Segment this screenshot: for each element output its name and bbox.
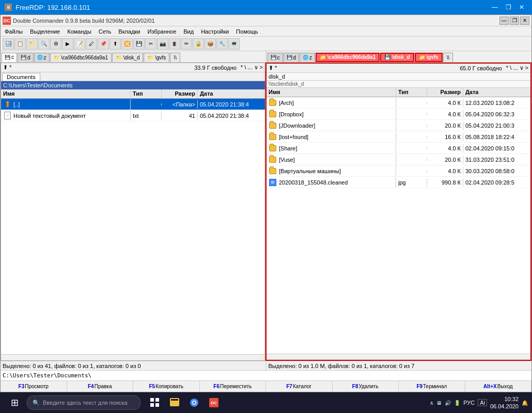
tray-lang[interactable]: РУС (463, 400, 475, 406)
right-path-tab-4[interactable]: \\ (443, 53, 453, 62)
close-button[interactable]: ✕ (515, 2, 528, 12)
start-button[interactable]: ⊞ (4, 394, 25, 411)
app-title-bar: DC Double Commander 0.9.8 beta build 929… (1, 15, 531, 26)
left-path-tab-2[interactable]: 📁 \disk_d (112, 53, 143, 62)
tb-btn-1[interactable]: 🔙 (3, 38, 14, 50)
left-path-tab-1[interactable]: 📁 \ca966dbc966da9a1 (50, 53, 112, 62)
tb-btn-20[interactable]: 💻 (228, 38, 240, 50)
fkey-f7[interactable]: F7 Каталог (266, 381, 333, 392)
right-drive-tabs: 💾c 💾d 🌐z 📁 \ca966dbc966da9a1 💾 \disk_d 📁… (266, 51, 532, 62)
left-file-list: ⬆ [..] <Папка> 05.04.2020 21:38:4 📄 Новы… (1, 99, 265, 354)
tray-battery-icon: 🔋 (454, 400, 460, 406)
fkey-f8[interactable]: F8 Удалить (333, 381, 399, 392)
right-drive-d[interactable]: 💾d (284, 53, 300, 62)
menu-view[interactable]: Вид (180, 27, 197, 36)
fkey-f9[interactable]: F9 Терминал (399, 381, 465, 392)
menu-settings[interactable]: Настройки (198, 27, 232, 36)
right-col-type-header[interactable]: Тип (396, 88, 427, 97)
right-row-jpg[interactable]: 🖼 20200318_155048.cleaned jpg 990.8 К 02… (267, 177, 530, 188)
tb-btn-6[interactable]: ▶ (62, 38, 73, 50)
search-bar[interactable]: 🔍 Введите здесь текст для поиска (27, 395, 140, 410)
left-row-txtfile[interactable]: 📄 Новый текстовый документ txt 41 05.04.… (1, 110, 265, 121)
right-drive-z[interactable]: 🌐z (300, 53, 315, 62)
cmd-input[interactable] (3, 372, 529, 379)
tb-btn-7[interactable]: 📝 (74, 38, 85, 50)
tray-ai-label[interactable]: Ai (478, 399, 487, 406)
left-col-size-header[interactable]: Размер (162, 89, 198, 98)
menu-commands[interactable]: Команды (64, 27, 95, 36)
left-drive-d[interactable]: 💾d (18, 53, 34, 62)
menu-favorites[interactable]: Избранное (145, 27, 180, 36)
fkey-f5-num: F5 (149, 384, 155, 389)
tb-btn-8[interactable]: 🖊 (86, 38, 97, 50)
taskbar-task-view[interactable] (147, 394, 163, 411)
right-col-date-header[interactable]: Дата (463, 88, 530, 97)
menu-tabs[interactable]: Вкладки (115, 27, 143, 36)
right-col-size-header[interactable]: Размер (427, 88, 463, 97)
right-panel-drive-name: disk_d (267, 73, 530, 81)
tb-btn-15[interactable]: 🗑 (169, 38, 180, 50)
tb-btn-19[interactable]: 🔧 (216, 38, 228, 50)
tray-notification[interactable]: 🔔 (522, 400, 528, 406)
fkey-f4[interactable]: F4 Правка (67, 381, 134, 392)
tb-btn-5[interactable]: ⚙ (50, 38, 61, 50)
right-path-tab-2[interactable]: 💾 \disk_d (380, 53, 414, 62)
tb-btn-9[interactable]: 📌 (98, 38, 109, 50)
right-col-name-header[interactable]: Имя (267, 88, 396, 97)
left-hscrollbar[interactable] (1, 354, 265, 360)
txt-file-icon: 📄 (3, 112, 11, 120)
right-row-lostfound[interactable]: [lost+found] 16.0 К 05.08.2018 18:22:4 (267, 131, 530, 143)
right-path-tab-3[interactable]: 📁 \gvfs (415, 53, 443, 62)
tray-chevron[interactable]: ∧ (430, 400, 433, 406)
tb-btn-17[interactable]: 🔒 (193, 38, 204, 50)
taskbar-chrome[interactable] (186, 394, 202, 411)
right-row-share[interactable]: [Share] 4.0 К 02.04.2020 09:15:0 (267, 143, 530, 154)
left-drive-c[interactable]: 💾c (2, 53, 17, 62)
menu-select[interactable]: Выделение (27, 27, 63, 36)
tb-btn-16[interactable]: ✏ (181, 38, 192, 50)
tb-btn-14[interactable]: 📷 (157, 38, 168, 50)
fkey-f3[interactable]: F3 Просмотр (1, 381, 67, 392)
right-row-vuse[interactable]: [Vuse] 20.0 К 31.03.2020 23:51:0 (267, 154, 530, 165)
fkey-altx[interactable]: Alt+X Выход (465, 381, 532, 392)
left-col-date-header[interactable]: Дата (198, 89, 265, 98)
right-row-jdownloader[interactable]: [JDownloader] 20.0 К 05.04.2020 21:00:3 (267, 120, 530, 131)
menu-files[interactable]: Файлы (2, 27, 26, 36)
left-panel-tab[interactable]: Documents (2, 73, 40, 81)
tb-btn-2[interactable]: 📋 (14, 38, 26, 50)
maximize-button[interactable]: ❐ (502, 2, 514, 12)
command-line (1, 370, 531, 380)
fkey-f5[interactable]: F5 Копировать (133, 381, 200, 392)
right-path-tab-1[interactable]: 📁 \ca966dbc966da9a1 (316, 53, 380, 62)
app-minimize-button[interactable]: — (499, 17, 509, 25)
right-row-arch[interactable]: [Arch] 4.0 К 12.03.2020 13:08:2 (267, 97, 530, 109)
app-maximize-button[interactable]: ❐ (510, 17, 519, 25)
taskbar: ⊞ 🔍 Введите здесь текст для поиска DC ∧ … (0, 392, 532, 413)
fkey-f6[interactable]: F6 Переместить (200, 381, 267, 392)
tb-btn-13[interactable]: ✂ (145, 38, 157, 50)
tb-btn-10[interactable]: ⬆ (109, 38, 121, 50)
clock[interactable]: 10:32 06.04.2020 (490, 395, 519, 410)
left-drive-z[interactable]: 🌐z (34, 53, 50, 62)
right-drive-c[interactable]: 💾c (268, 53, 283, 62)
app-close-button[interactable]: ✕ (520, 17, 529, 25)
left-path-tab-3[interactable]: 📁 \gvfs (144, 53, 169, 62)
right-row-dropbox[interactable]: [Dropbox] 4.0 К 05.04.2020 06:32:3 (267, 109, 530, 120)
menu-network[interactable]: Сеть (96, 27, 114, 36)
left-col-name-header[interactable]: Имя (1, 89, 131, 98)
tb-btn-18[interactable]: 📦 (205, 38, 216, 50)
left-path-tab-4[interactable]: \\ (170, 53, 180, 62)
left-row-up[interactable]: ⬆ [..] <Папка> 05.04.2020 21:38:4 (1, 99, 265, 110)
tb-btn-3[interactable]: 📁 (26, 38, 38, 50)
tb-btn-4[interactable]: 🔍 (38, 38, 50, 50)
folder-vuse-icon (269, 156, 277, 164)
minimize-button[interactable]: — (489, 2, 501, 12)
taskbar-dc[interactable]: DC (206, 394, 222, 411)
tb-btn-12[interactable]: 💾 (133, 38, 145, 50)
right-row-vms[interactable]: [Виртуальные машины] 4.0 К 30.03.2020 08… (267, 165, 530, 177)
taskbar-explorer[interactable] (166, 394, 183, 411)
left-col-type-header[interactable]: Тип (131, 89, 162, 98)
tb-btn-11[interactable]: 🔀 (121, 38, 133, 50)
menu-help[interactable]: Помощь (233, 27, 261, 36)
right-hscrollbar[interactable] (267, 354, 530, 360)
